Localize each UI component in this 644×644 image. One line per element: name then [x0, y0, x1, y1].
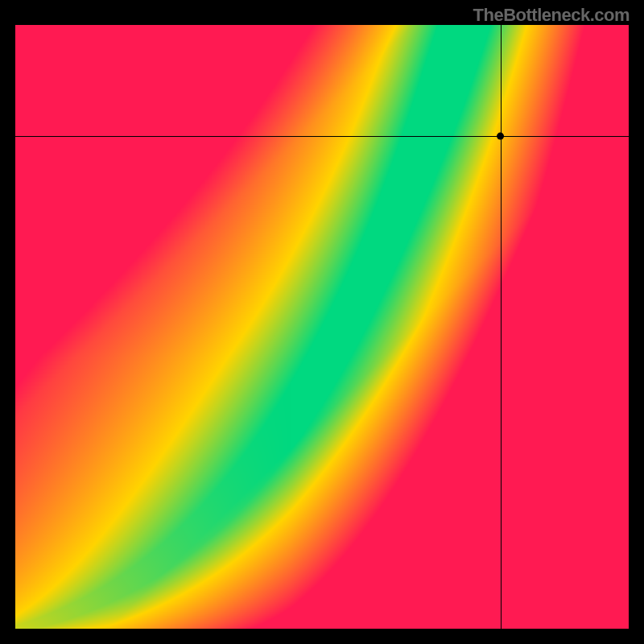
heatmap-canvas [0, 0, 644, 644]
watermark-text: TheBottleneck.com [473, 5, 630, 26]
